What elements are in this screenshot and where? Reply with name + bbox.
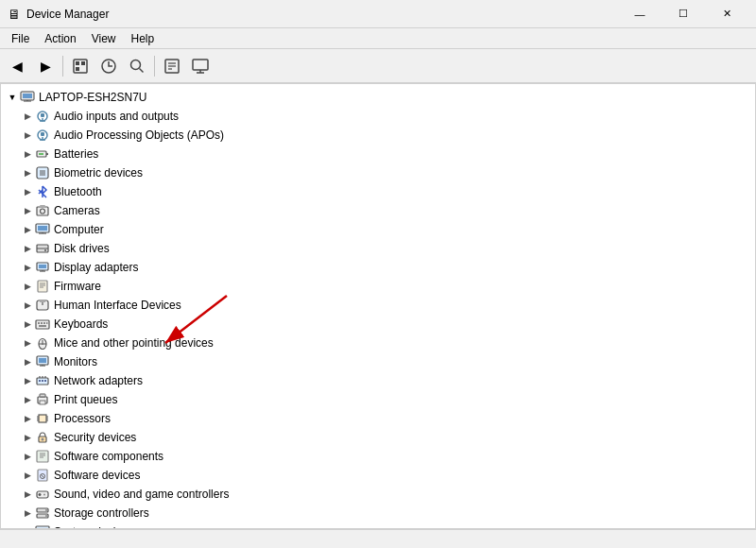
tree-item[interactable]: ▶Computer [1,220,755,239]
tree-item[interactable]: ▶Software devices [1,466,755,485]
item-expand-arrow[interactable]: ▶ [20,487,35,502]
tree-item[interactable]: ▶Security devices [1,428,755,447]
tree-item[interactable]: ▶Audio inputs and outputs [1,107,755,126]
tree-item[interactable]: ▶Storage controllers [1,504,755,522]
item-expand-arrow[interactable]: ▶ [20,222,35,237]
item-expand-arrow[interactable]: ▶ [20,203,35,218]
close-button[interactable]: ✕ [705,0,748,28]
item-icon [35,354,50,369]
tree-item[interactable]: ▶Display adapters [1,258,755,277]
properties-button[interactable] [159,54,185,78]
svg-rect-55 [38,322,40,324]
item-label: Software devices [54,469,140,482]
tree-item[interactable]: ▶Disk drives [1,239,755,258]
tree-item[interactable]: ▶Batteries [1,145,755,163]
item-expand-arrow[interactable]: ▶ [20,165,35,180]
svg-point-94 [43,494,45,496]
item-label: Audio Processing Objects (APOs) [54,128,224,142]
minimize-button[interactable]: — [618,0,662,28]
svg-rect-72 [42,380,43,382]
item-expand-arrow[interactable]: ▶ [20,449,35,464]
tree-item[interactable]: ▶System devices [1,522,755,529]
item-expand-arrow[interactable]: ▶ [20,411,35,426]
item-expand-arrow[interactable]: ▶ [20,279,35,294]
item-expand-arrow[interactable]: ▶ [20,373,35,388]
item-icon [35,411,50,426]
tree-item[interactable]: ▶Sound, video and game controllers [1,485,755,504]
title-bar: 🖥 Device Manager — ☐ ✕ [0,0,756,28]
update-driver-button[interactable] [95,54,122,78]
item-expand-arrow[interactable]: ▶ [20,468,35,483]
item-icon [35,279,50,294]
tree-item[interactable]: ▶Processors [1,409,755,428]
menu-bar: File Action View Help [0,28,756,49]
item-label: Monitors [54,355,97,368]
back-button[interactable]: ◀ [4,54,30,78]
item-icon [35,524,50,529]
tree-item[interactable]: ▶Software components [1,447,755,466]
menu-file[interactable]: File [4,30,37,47]
svg-rect-102 [38,528,47,529]
item-expand-arrow[interactable]: ▶ [20,260,35,275]
tree-item[interactable]: ▶Keyboards [1,315,755,334]
tree-item[interactable]: ▶Audio Processing Objects (APOs) [1,126,755,145]
item-label: Network adapters [54,374,143,387]
svg-rect-77 [39,415,46,422]
item-icon [35,392,50,407]
item-expand-arrow[interactable]: ▶ [20,317,35,332]
scan-button[interactable] [124,54,150,78]
tree-item[interactable]: ▶Cameras [1,201,755,220]
item-expand-arrow[interactable]: ▶ [20,146,35,162]
svg-rect-19 [41,113,44,117]
item-icon [35,487,50,502]
tree-item[interactable]: ▶Print queues [1,390,755,409]
svg-point-42 [44,249,46,251]
svg-rect-37 [38,226,47,231]
tree-root-node[interactable]: ▼ LAPTOP-ESH2SN7U [1,88,755,107]
root-expand-arrow[interactable]: ▼ [5,90,20,105]
svg-point-99 [45,509,47,511]
svg-rect-59 [39,325,46,327]
item-expand-arrow[interactable]: ▶ [20,354,35,369]
item-expand-arrow[interactable]: ▶ [20,524,35,529]
item-label: System devices [54,525,133,529]
tree-item[interactable]: ▶Human Interface Devices [1,296,755,315]
tree-item[interactable]: ▶Monitors [1,352,755,371]
svg-line-6 [140,68,144,72]
item-expand-arrow[interactable]: ▶ [20,335,35,351]
item-label: Sound, video and game controllers [54,488,229,501]
menu-action[interactable]: Action [37,30,83,47]
item-expand-arrow[interactable]: ▶ [20,392,35,407]
item-label: Audio inputs and outputs [54,110,179,123]
item-label: Disk drives [54,242,110,255]
svg-rect-58 [46,322,48,324]
item-expand-arrow[interactable]: ▶ [20,109,35,124]
item-expand-arrow[interactable]: ▶ [20,505,35,521]
item-expand-arrow[interactable]: ▶ [20,184,35,199]
item-icon [35,335,50,351]
item-icon [35,505,50,521]
item-expand-arrow[interactable]: ▶ [20,128,35,143]
item-label: Security devices [54,431,136,444]
menu-help[interactable]: Help [124,30,163,47]
item-label: Cameras [54,204,100,217]
tree-item[interactable]: ▶Mice and other pointing devices [1,334,755,352]
svg-rect-47 [38,281,47,292]
svg-point-5 [131,60,141,69]
status-bar [0,529,756,548]
show-hidden-button[interactable] [67,54,94,78]
tree-item[interactable]: ▶Bluetooth [1,182,755,201]
item-expand-arrow[interactable]: ▶ [20,430,35,445]
tree-item[interactable]: ▶Biometric devices [1,163,755,182]
maximize-button[interactable]: ☐ [662,0,705,28]
tree-item[interactable]: ▶Network adapters [1,371,755,390]
menu-view[interactable]: View [84,30,124,47]
svg-rect-2 [81,61,85,65]
tree-item[interactable]: ▶Firmware [1,277,755,296]
svg-rect-75 [40,394,45,397]
forward-button[interactable]: ▶ [32,54,59,78]
item-expand-arrow[interactable]: ▶ [20,241,35,256]
computer-button[interactable] [187,54,214,78]
item-label: Firmware [54,280,101,293]
item-expand-arrow[interactable]: ▶ [20,298,35,313]
